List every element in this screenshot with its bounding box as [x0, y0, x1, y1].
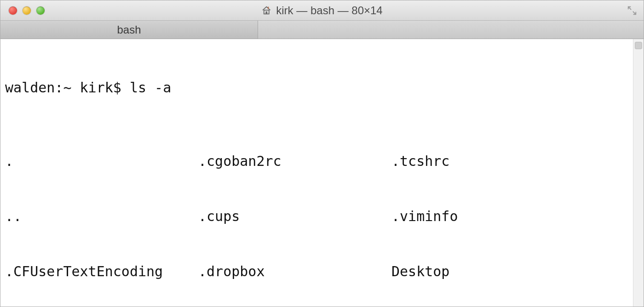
terminal-area: walden:~ kirk$ ls -a ..cgoban2rc.tcshrc … [0, 39, 644, 307]
list-item: .. [5, 207, 198, 226]
minimize-button[interactable] [23, 6, 31, 15]
list-item: .cgoban2rc [198, 152, 391, 171]
tab-label: bash [117, 23, 141, 36]
close-button[interactable] [9, 6, 17, 15]
zoom-button[interactable] [36, 6, 45, 15]
list-row: ..cgoban2rc.tcshrc [5, 152, 628, 171]
list-item: .tcshrc [391, 152, 628, 171]
terminal-window: kirk — bash — 80×14 bash walden:~ kirk$ … [0, 0, 644, 307]
list-item: .viminfo [391, 207, 628, 226]
terminal-output[interactable]: walden:~ kirk$ ls -a ..cgoban2rc.tcshrc … [0, 39, 633, 307]
list-item: Desktop [391, 262, 628, 281]
window-title-text: kirk — bash — 80×14 [276, 4, 382, 17]
list-item: .CFUserTextEncoding [5, 262, 198, 281]
command-text: ls -a [130, 80, 171, 96]
list-row: .CFUserTextEncoding.dropboxDesktop [5, 262, 628, 281]
window-controls [0, 6, 45, 15]
fullscreen-icon[interactable] [627, 6, 637, 16]
tab-bar: bash [0, 21, 644, 39]
tab-bash[interactable]: bash [0, 21, 258, 39]
window-title: kirk — bash — 80×14 [261, 4, 382, 17]
list-item: . [5, 152, 198, 171]
list-item: .cups [198, 207, 391, 226]
scroll-thumb[interactable] [635, 42, 642, 49]
svg-rect-2 [268, 6, 269, 9]
scrollbar[interactable] [633, 39, 644, 307]
list-row: ...cups.viminfo [5, 207, 628, 226]
prompt-line: walden:~ kirk$ ls -a [5, 79, 628, 97]
svg-rect-1 [265, 11, 267, 14]
home-icon [261, 6, 271, 16]
list-item: .dropbox [198, 262, 391, 281]
titlebar: kirk — bash — 80×14 [0, 0, 644, 21]
prompt: walden:~ kirk$ [5, 80, 121, 96]
